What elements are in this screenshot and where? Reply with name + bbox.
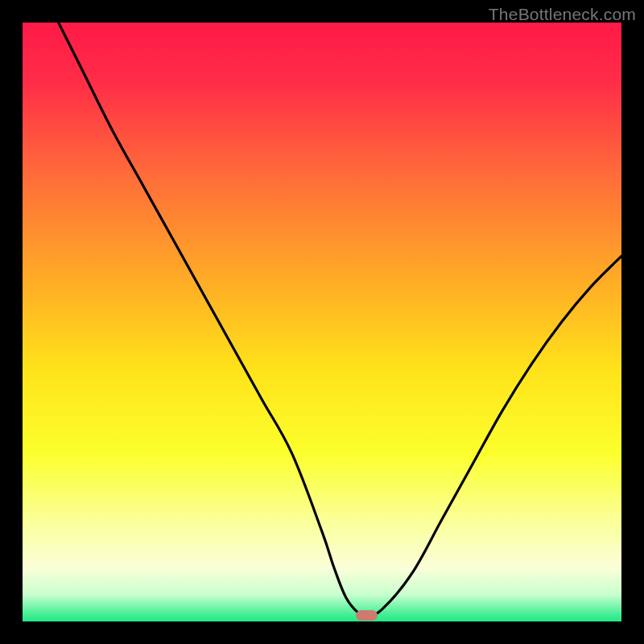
bottleneck-curve (23, 23, 621, 621)
minimum-marker (356, 610, 378, 621)
plot-area (23, 23, 621, 621)
chart-frame: TheBottleneck.com (0, 0, 644, 644)
watermark-text: TheBottleneck.com (489, 5, 636, 24)
